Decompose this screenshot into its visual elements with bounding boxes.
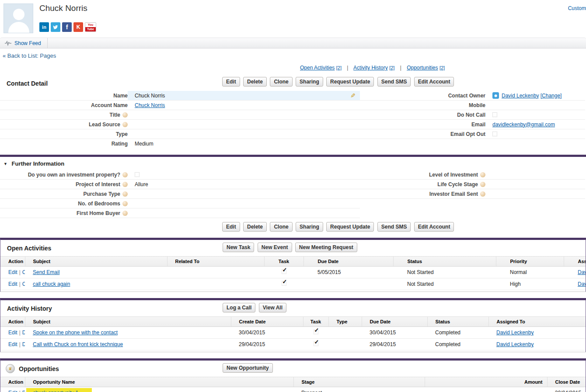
column-header-type: Type [328, 317, 362, 327]
opportunities-title: Opportunities [19, 365, 59, 372]
name-value[interactable]: Chuck Norris ✎ [128, 91, 360, 100]
clone-button[interactable]: Clone [270, 77, 292, 87]
column-header-assigned-to: Assigned To [488, 317, 586, 327]
field-row-project-of-interest: Project of Interest Allure [0, 180, 360, 189]
rating-label: Rating [0, 141, 128, 147]
edit-action-link[interactable]: Edit [8, 341, 17, 347]
email-opt-out-label: Email Opt Out [360, 131, 485, 137]
contact-avatar[interactable] [3, 3, 33, 33]
help-icon[interactable] [122, 211, 128, 216]
delete-button[interactable]: Delete [243, 222, 267, 232]
feed-pulse-icon [5, 41, 11, 46]
opportunities-buttons: New Opportunity [223, 363, 275, 373]
request-update-button[interactable]: Request Update [326, 77, 374, 87]
youtube-bottom-label: Tube [85, 27, 96, 31]
chatter-user-icon[interactable]: ☻ [492, 92, 499, 99]
type-label: Type [0, 131, 128, 137]
edit-button[interactable]: Edit [222, 222, 240, 232]
delete-action-link[interactable]: Del [22, 341, 25, 347]
send-sms-button[interactable]: Send SMS [377, 222, 411, 232]
activity-history-buttons: Log a Call View All [223, 303, 288, 312]
subject-link[interactable]: Call with Chuck on front kick technique [33, 341, 123, 347]
klout-icon[interactable]: K [73, 22, 83, 32]
field-row-level-of-investment: Level of Investment [360, 170, 585, 180]
show-feed-link[interactable]: Show Feed [14, 40, 41, 46]
linkedin-icon[interactable]: in [39, 22, 49, 32]
rating-value: Medium [128, 139, 360, 149]
assigned-to-link[interactable]: David Leckenby [578, 269, 586, 275]
help-icon[interactable] [122, 172, 128, 177]
request-update-button[interactable]: Request Update [326, 222, 374, 232]
back-to-list-link[interactable]: « Back to List: [3, 52, 38, 59]
edit-button[interactable]: Edit [222, 77, 240, 87]
change-owner-link[interactable]: [Change] [541, 93, 562, 99]
close-action-link[interactable]: Cls [22, 281, 25, 287]
help-icon[interactable] [122, 201, 128, 206]
new-opportunity-button[interactable]: New Opportunity [223, 363, 273, 373]
subject-link[interactable]: Spoke on the phone with the contact [33, 330, 118, 336]
nav-activity-history-link[interactable]: Activity History [353, 65, 388, 71]
edit-account-button[interactable]: Edit Account [414, 77, 454, 87]
help-icon[interactable] [122, 122, 128, 127]
priority-value: Normal [496, 267, 564, 278]
account-name-link[interactable]: Chuck Norris [135, 102, 165, 108]
view-all-button[interactable]: View All [259, 303, 286, 312]
delete-button[interactable]: Delete [243, 77, 267, 87]
help-icon[interactable] [480, 191, 485, 197]
help-icon[interactable] [480, 172, 485, 177]
customize-page-link[interactable]: Custom [568, 5, 586, 11]
back-to-list-name-link[interactable]: Pages [40, 52, 56, 59]
delete-action-link[interactable]: Del [22, 330, 25, 336]
opportunities-coin-icon: ♛ [6, 364, 15, 373]
help-icon[interactable] [122, 182, 128, 187]
subject-link[interactable]: call chuck again [33, 281, 70, 287]
inline-edit-pencil-icon[interactable]: ✎ [350, 92, 356, 99]
do-not-call-checkbox [492, 112, 497, 117]
new-task-button[interactable]: New Task [223, 243, 254, 252]
project-of-interest-value: Allure [128, 180, 360, 189]
type-value [328, 339, 362, 350]
column-header-action: Action [0, 377, 25, 387]
contact-owner-link[interactable]: David Leckenby [502, 93, 539, 99]
subject-link[interactable]: Send Email [33, 269, 59, 275]
further-information-header[interactable]: ▼ Further Information [0, 157, 586, 170]
nav-open-activities-link[interactable]: Open Activities [300, 65, 335, 71]
youtube-icon[interactable]: You Tube [85, 22, 96, 32]
task-checkbox: ✓ [314, 341, 318, 346]
twitter-icon[interactable] [51, 22, 60, 32]
task-checked-icon: ✓ [283, 267, 287, 273]
opportunity-name-link[interactable]: chuck opportunity 1 [33, 390, 78, 392]
email-link[interactable]: davidleckenby@gmail.com [492, 121, 555, 128]
sharing-button[interactable]: Sharing [296, 222, 323, 232]
new-event-button[interactable]: New Event [258, 243, 292, 252]
nav-opportunities-link[interactable]: Opportunities [407, 65, 438, 71]
new-meeting-request-button[interactable]: New Meeting Request [295, 243, 357, 252]
edit-account-button[interactable]: Edit Account [414, 222, 454, 232]
edit-action-link[interactable]: Edit [8, 269, 17, 275]
facebook-icon[interactable]: f [62, 22, 72, 32]
edit-action-link[interactable]: Edit [8, 390, 17, 392]
edit-action-link[interactable]: Edit [8, 330, 17, 336]
field-row-do-not-call: Do Not Call [360, 110, 585, 120]
nav-open-activities-count[interactable]: [2] [336, 65, 342, 70]
clone-button[interactable]: Clone [270, 222, 292, 232]
nav-activity-history-count[interactable]: [2] [389, 65, 394, 70]
social-icons-row: in f K You Tube [39, 22, 96, 32]
help-icon[interactable] [480, 182, 485, 187]
status-value: Completed [427, 327, 488, 339]
show-feed-toggle[interactable]: Show Feed [0, 38, 48, 48]
close-action-link[interactable]: Cls [22, 269, 25, 275]
assigned-to-link[interactable]: David Leckenby [578, 281, 586, 287]
open-activity-row: Edit|Cls call chuck again ✓ Not Started … [0, 278, 586, 290]
assigned-to-link[interactable]: David Leckenby [496, 330, 534, 336]
sharing-button[interactable]: Sharing [296, 77, 323, 87]
column-header-task: Task [303, 317, 328, 327]
twitter-bird-icon [52, 24, 59, 30]
assigned-to-link[interactable]: David Leckenby [496, 341, 534, 347]
log-a-call-button[interactable]: Log a Call [223, 303, 255, 312]
edit-action-link[interactable]: Edit [8, 281, 17, 287]
help-icon[interactable] [122, 191, 128, 197]
nav-opportunities-count[interactable]: [2] [440, 65, 445, 70]
help-icon[interactable] [122, 112, 128, 118]
send-sms-button[interactable]: Send SMS [377, 77, 411, 87]
